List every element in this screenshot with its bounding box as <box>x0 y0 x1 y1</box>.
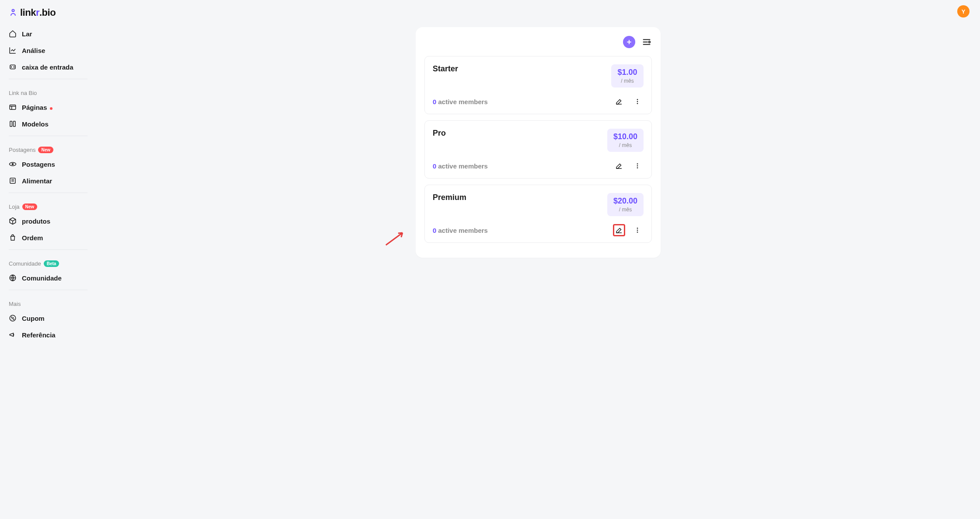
tier-price: $10.00 <box>613 132 637 141</box>
nav-item-label: produtos <box>22 217 88 225</box>
tier-more-button[interactable] <box>631 160 644 172</box>
nav-item-label: caixa de entrada <box>22 63 88 71</box>
nav-item-label: Modelos <box>22 120 88 128</box>
svg-point-0 <box>12 10 14 12</box>
nav-item-globe[interactable]: Comunidade <box>0 270 96 286</box>
content-area: Starter $1.00 / mês 0 active members Pro… <box>96 23 980 519</box>
chart-icon <box>9 46 17 54</box>
section-header: PostagensNew <box>0 140 96 156</box>
section-header: Mais <box>0 294 96 310</box>
section-title: Loja <box>9 203 20 210</box>
price-box: $1.00 / mês <box>611 64 644 88</box>
svg-point-12 <box>11 317 12 318</box>
nav-item-coupon[interactable]: Cupom <box>0 310 96 326</box>
orbit-icon <box>9 160 17 168</box>
svg-point-15 <box>637 99 638 100</box>
home-icon <box>9 30 17 38</box>
svg-point-23 <box>637 231 638 233</box>
price-box: $10.00 / mês <box>607 129 644 152</box>
tier-name: Premium <box>433 193 466 202</box>
user-avatar[interactable]: Y <box>957 5 970 18</box>
nav-item-orbit[interactable]: Postagens <box>0 156 96 172</box>
section-title: Postagens <box>9 147 35 153</box>
template-icon <box>9 120 17 128</box>
main-area: Y Starter $1.00 / mês 0 activ <box>96 0 980 519</box>
svg-point-14 <box>649 41 651 43</box>
add-tier-button[interactable] <box>623 36 635 48</box>
section-header: Link na Bio <box>0 83 96 99</box>
nav-item-page[interactable]: Páginas <box>0 99 96 116</box>
tier-period: / mês <box>613 142 637 148</box>
edit-tier-button[interactable] <box>613 160 625 172</box>
svg-point-22 <box>637 230 638 231</box>
globe-icon <box>9 274 17 282</box>
box-icon <box>9 217 17 225</box>
edit-tier-button[interactable] <box>613 224 625 236</box>
section-title: Comunidade <box>9 260 41 267</box>
nav-item-label: Lar <box>22 30 88 38</box>
nav-item-label: Ordem <box>22 234 88 242</box>
tier-price: $20.00 <box>613 196 637 206</box>
nav-item-home[interactable]: Lar <box>0 25 96 42</box>
nav-item-label: Comunidade <box>22 274 88 282</box>
sidebar: linkr.bio LarAnálisecaixa de entradaLink… <box>0 0 96 519</box>
card-header <box>424 36 652 48</box>
nav-item-label: Alimentar <box>22 177 88 185</box>
section-header: LojaNew <box>0 196 96 213</box>
logo[interactable]: linkr.bio <box>0 7 96 25</box>
svg-point-13 <box>14 319 14 320</box>
svg-point-16 <box>637 101 638 102</box>
tier-period: / mês <box>613 207 637 213</box>
bag-icon <box>9 234 17 242</box>
tier-more-button[interactable] <box>631 95 644 108</box>
svg-point-17 <box>637 103 638 104</box>
svg-point-2 <box>11 67 12 67</box>
members-count: 0 active members <box>433 162 488 170</box>
nav-item-feed[interactable]: Alimentar <box>0 172 96 189</box>
edit-tier-button[interactable] <box>613 95 625 108</box>
svg-point-21 <box>637 228 638 229</box>
tier-price: $1.00 <box>617 68 637 77</box>
nav-item-label: Cupom <box>22 315 88 322</box>
tier-row: Pro $10.00 / mês 0 active members <box>424 120 652 179</box>
section-title: Mais <box>9 301 21 307</box>
section-header: ComunidadeBeta <box>0 253 96 270</box>
price-box: $20.00 / mês <box>607 193 644 216</box>
nav-item-label: Páginas <box>22 104 88 111</box>
nav-item-box[interactable]: produtos <box>0 213 96 229</box>
nav-item-chart[interactable]: Análise <box>0 42 96 59</box>
nav-item-label: Postagens <box>22 161 88 168</box>
svg-rect-6 <box>14 121 16 126</box>
svg-point-3 <box>14 67 14 67</box>
members-count: 0 active members <box>433 98 488 105</box>
list-settings-button[interactable] <box>641 37 652 47</box>
tier-name: Starter <box>433 64 458 74</box>
badge: New <box>38 147 53 153</box>
page-icon <box>9 103 17 111</box>
svg-point-18 <box>637 163 638 165</box>
nav-item-template[interactable]: Modelos <box>0 116 96 132</box>
logo-icon <box>9 8 18 17</box>
tiers-card: Starter $1.00 / mês 0 active members Pro… <box>416 27 661 258</box>
tier-more-button[interactable] <box>631 224 644 236</box>
tier-period: / mês <box>617 78 637 84</box>
svg-point-19 <box>637 165 638 167</box>
members-count: 0 active members <box>433 227 488 234</box>
coupon-icon <box>9 314 17 322</box>
svg-point-8 <box>12 164 14 165</box>
top-header: Y <box>96 0 980 23</box>
badge: New <box>22 203 38 210</box>
tier-name: Pro <box>433 129 446 138</box>
section-title: Link na Bio <box>9 90 37 96</box>
megaphone-icon <box>9 331 17 339</box>
nav-item-megaphone[interactable]: Referência <box>0 326 96 343</box>
feed-icon <box>9 177 17 185</box>
inbox-icon <box>9 63 17 71</box>
nav-item-inbox[interactable]: caixa de entrada <box>0 59 96 75</box>
tier-row: Starter $1.00 / mês 0 active members <box>424 56 652 114</box>
nav-item-label: Referência <box>22 331 88 339</box>
svg-rect-5 <box>10 121 12 126</box>
svg-point-20 <box>637 167 638 168</box>
nav-item-bag[interactable]: Ordem <box>0 229 96 246</box>
badge: Beta <box>44 260 60 267</box>
